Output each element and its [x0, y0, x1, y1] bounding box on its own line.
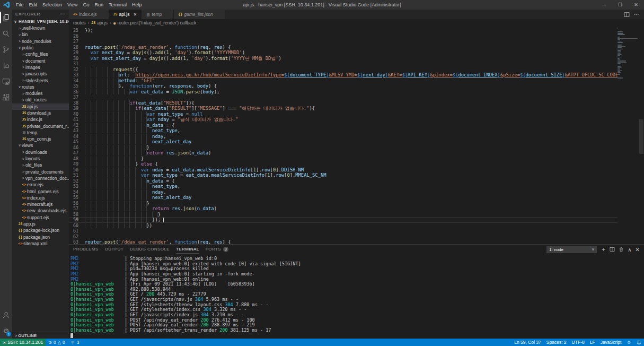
indentation[interactable]: Spaces: 2	[544, 339, 569, 346]
close-icon[interactable]: ✕	[133, 12, 137, 17]
notifications-bell-icon[interactable]	[634, 339, 644, 346]
code-line-26[interactable]: 26	[69, 33, 617, 39]
tree-item-modules[interactable]: >modules	[12, 90, 69, 97]
tree-item-index.ejs[interactable]: <>index.ejs	[12, 195, 69, 201]
tab-game_list.json[interactable]: {}game_list.json	[174, 10, 225, 19]
code-line-33[interactable]: 33 url: `https://open.neis.go.kr/hub/mea…	[69, 72, 617, 78]
tree-item-package.json[interactable]: {}package.json	[12, 234, 69, 240]
explorer-more-actions-icon[interactable]: ⋯	[61, 11, 66, 16]
tree-item-document[interactable]: ∨document	[12, 57, 69, 64]
code-line-61[interactable]: 61	[69, 228, 617, 234]
code-line-40[interactable]: 40 var neat_type = null	[69, 111, 617, 117]
minimap[interactable]	[617, 28, 639, 244]
code-line-54[interactable]: 54 nday,	[69, 189, 617, 195]
code-line-38[interactable]: 38 if(eat_data["RESULT"]){	[69, 100, 617, 106]
panel-tab-debug-console[interactable]: DEBUG CONSOLE	[130, 245, 170, 254]
eol-sequence[interactable]: LF	[587, 339, 598, 346]
tree-item-temp[interactable]: ▤temp	[12, 129, 69, 136]
breadcrumb-item[interactable]: routes	[73, 20, 86, 25]
vertical-scrollbar[interactable]	[639, 27, 644, 244]
tree-item-javascripts[interactable]: >javascripts	[12, 71, 69, 77]
code-line-47[interactable]: 47 return res.json(n_data)	[69, 150, 617, 156]
code-line-48[interactable]: 48 }	[69, 156, 617, 162]
close-button[interactable]: ✕	[628, 0, 644, 10]
tree-item-minecraft.ejs[interactable]: <>minecraft.ejs	[12, 201, 69, 207]
tree-item-config_files[interactable]: >config_files	[12, 51, 69, 57]
menu-go[interactable]: Go	[80, 2, 92, 7]
menu-view[interactable]: View	[65, 2, 80, 7]
tree-item-stylesheets[interactable]: >stylesheets	[12, 77, 69, 83]
terminal-select[interactable]: 1: node ∨	[546, 246, 597, 253]
code-line-63[interactable]: 63router.post('/dday_eat_render', functi…	[69, 239, 617, 244]
tree-item-vpn_connection_doc...[interactable]: >vpn_connection_doc...	[12, 175, 69, 181]
split-terminal-icon[interactable]	[610, 247, 615, 252]
code-line-39[interactable]: 39 if(eat_data["RESULT"]["MESSAGE"] === …	[69, 106, 617, 111]
tree-item-private_documents[interactable]: >private_documents	[12, 169, 69, 175]
tree-item-vpn_conn.js[interactable]: JSvpn_conn.js	[12, 136, 69, 142]
code-editor[interactable]: 25});262728router.post('/nday_eat_render…	[69, 27, 644, 244]
breadcrumb-item[interactable]: ◉router.post('/nday_eat_render') callbac…	[113, 20, 197, 25]
accounts-icon[interactable]	[0, 307, 12, 323]
problems-indicator[interactable]: ⊘ 0 △ 0	[46, 339, 67, 346]
restore-button[interactable]: ❐	[612, 0, 628, 10]
tree-item-downloads[interactable]: >downloads	[12, 149, 69, 155]
search-icon[interactable]	[0, 25, 12, 41]
code-line-29[interactable]: 29 var next_day = dayjs().add(1, 'day').…	[69, 50, 617, 56]
encoding[interactable]: UTF-8	[569, 339, 587, 346]
workspace-section-header[interactable]: ∨ HANSEI_VPN [SSH: 10.34.1...	[12, 18, 69, 25]
code-line-60[interactable]: 60 })	[69, 223, 617, 229]
menu-help[interactable]: Help	[129, 2, 145, 7]
tree-item-node_modules[interactable]: >node_modules	[12, 38, 69, 45]
source-control-icon[interactable]	[0, 41, 12, 57]
menu-terminal[interactable]: Terminal	[106, 2, 129, 7]
kill-terminal-icon[interactable]	[619, 247, 624, 252]
code-line-34[interactable]: 34 method: "GET"	[69, 78, 617, 84]
run-debug-icon[interactable]	[0, 57, 12, 73]
tree-item-index.js[interactable]: JSindex.js	[12, 116, 69, 123]
tree-item-error.ejs[interactable]: <>error.ejs	[12, 181, 69, 188]
settings-gear-icon[interactable]: ⚙ 1	[0, 323, 12, 339]
panel-tab-ports[interactable]: PORTS3	[206, 245, 228, 254]
code-line-30[interactable]: 30 var next_alert_day = dayjs().add(1, '…	[69, 56, 617, 62]
close-panel-icon[interactable]: ✕	[636, 247, 640, 253]
code-line-51[interactable]: 51 var neat_type = eat_data.mealServiceD…	[69, 172, 617, 178]
code-line-31[interactable]: 31	[69, 61, 617, 67]
tree-item-app.js[interactable]: JSapp.js	[12, 221, 69, 227]
code-line-62[interactable]: 62	[69, 234, 617, 240]
code-line-37[interactable]: 37	[69, 94, 617, 100]
remote-indicator[interactable]: >< SSH: 10.34.1.201	[0, 339, 46, 346]
tree-item-layouts[interactable]: >layouts	[12, 155, 69, 162]
tree-item-html_games.ejs[interactable]: <>html_games.ejs	[12, 188, 69, 194]
language-mode[interactable]: JavaScript	[598, 339, 624, 346]
code-line-58[interactable]: 58 }	[69, 212, 617, 218]
code-line-36[interactable]: 36 var eat_data = JSON.parse(body);	[69, 89, 617, 95]
code-line-46[interactable]: 46 }	[69, 145, 617, 151]
tree-item-public[interactable]: ∨public	[12, 45, 69, 51]
split-editor-icon[interactable]	[624, 12, 630, 18]
outline-section-header[interactable]: > OUTLINE	[12, 332, 69, 339]
code-line-53[interactable]: 53 neat_type,	[69, 184, 617, 189]
code-line-50[interactable]: 50 var nday = eat_data.mealServiceDietIn…	[69, 167, 617, 173]
code-line-44[interactable]: 44 nday,	[69, 134, 617, 140]
feedback-icon[interactable]: ☺	[624, 339, 634, 346]
tree-item-package-lock.json[interactable]: {}package-lock.json	[12, 227, 69, 233]
ports-indicator[interactable]: 3	[68, 339, 82, 346]
tree-item-routes[interactable]: ∨routes	[12, 84, 69, 90]
tree-item-views[interactable]: ∨views	[12, 142, 69, 149]
tree-item-private_document_r...[interactable]: JSprivate_document_r...	[12, 123, 69, 129]
minimize-button[interactable]: ─	[596, 0, 612, 10]
tree-item-new_downloads.ejs[interactable]: <>new_downloads.ejs	[12, 207, 69, 214]
tree-item-bin[interactable]: >bin	[12, 31, 69, 38]
code-line-59[interactable]: 59 });	[69, 217, 617, 223]
code-line-42[interactable]: 42 n_data = {	[69, 123, 617, 128]
breadcrumb-item[interactable]: JSapi.js	[91, 20, 108, 25]
code-line-49[interactable]: 49 } else {	[69, 161, 617, 167]
code-line-52[interactable]: 52 n_data = {	[69, 178, 617, 184]
tab-index.ejs[interactable]: <>index.ejs	[69, 10, 109, 19]
tree-item-old_routes[interactable]: >old_routes	[12, 97, 69, 103]
panel-tab-terminal[interactable]: TERMINAL	[176, 245, 199, 254]
new-terminal-icon[interactable]: ＋	[601, 246, 606, 253]
remote-explorer-icon[interactable]	[0, 73, 12, 89]
code-line-41[interactable]: 41 var nday = "급식 데이터가 없습니다."	[69, 117, 617, 123]
tree-item-sitemap.xml[interactable]: <>sitemap.xml	[12, 240, 69, 247]
